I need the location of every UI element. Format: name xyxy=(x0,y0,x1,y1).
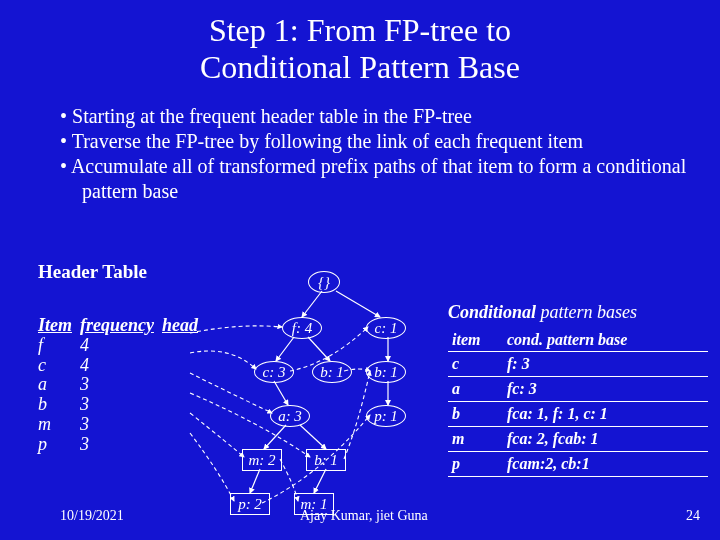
svg-line-0 xyxy=(302,291,322,317)
slide-title: Step 1: From FP-tree to Conditional Patt… xyxy=(0,0,720,96)
bullet-item: Accumulate all of transformed prefix pat… xyxy=(60,154,690,204)
table-row: m3 xyxy=(38,415,206,435)
svg-line-7 xyxy=(264,425,286,449)
tree-node: b: 1 xyxy=(306,449,346,471)
header-table-label: Header Table xyxy=(38,261,147,283)
svg-line-3 xyxy=(308,337,330,361)
tree-edges xyxy=(240,275,440,520)
title-line-2: Conditional Pattern Base xyxy=(200,49,520,85)
footer-author: Ajay Kumar, jiet Guna xyxy=(300,508,428,524)
col-item: Item xyxy=(38,316,80,336)
svg-line-5 xyxy=(274,381,288,405)
bullet-item: Traverse the FP-tree by following the li… xyxy=(60,129,690,154)
table-row: b3 xyxy=(38,395,206,415)
bullet-item: Starting at the frequent header table in… xyxy=(60,104,690,129)
svg-line-9 xyxy=(250,469,260,493)
footer-page: 24 xyxy=(686,508,700,524)
tree-node: p: 1 xyxy=(366,405,406,427)
table-row: c4 xyxy=(38,356,206,376)
svg-line-2 xyxy=(276,337,294,361)
col-frequency: frequency xyxy=(80,316,162,336)
tree-node: f: 4 xyxy=(282,317,322,339)
table-row: mfca: 2, fcab: 1 xyxy=(448,427,708,452)
header-table: Item frequency head f4 c4 a3 b3 m3 p3 xyxy=(38,316,206,455)
table-row: cf: 3 xyxy=(448,352,708,377)
table-row: pfcam:2, cb:1 xyxy=(448,452,708,477)
tree-node-root: {} xyxy=(308,271,340,293)
tree-node: p: 2 xyxy=(230,493,270,515)
title-line-1: Step 1: From FP-tree to xyxy=(209,12,511,48)
tree-node: b: 1 xyxy=(366,361,406,383)
tree-node: c: 1 xyxy=(366,317,406,339)
fp-tree: {} f: 4 c: 1 c: 3 b: 1 b: 1 a: 3 p: 1 m:… xyxy=(240,275,440,520)
table-row: f4 xyxy=(38,336,206,356)
cond-col-item: item xyxy=(448,329,503,352)
svg-line-1 xyxy=(336,291,380,317)
tree-node: c: 3 xyxy=(254,361,294,383)
cond-col-base: cond. pattern base xyxy=(503,329,708,352)
bullet-list: Starting at the frequent header table in… xyxy=(0,96,720,204)
tree-node: m: 2 xyxy=(242,449,282,471)
table-row: a3 xyxy=(38,375,206,395)
cond-table: item cond. pattern base cf: 3 afc: 3 bfc… xyxy=(448,329,708,477)
tree-node: b: 1 xyxy=(312,361,352,383)
svg-line-8 xyxy=(300,425,326,449)
col-head: head xyxy=(162,316,206,336)
tree-node: a: 3 xyxy=(270,405,310,427)
table-row: afc: 3 xyxy=(448,377,708,402)
footer-date: 10/19/2021 xyxy=(60,508,124,524)
conditional-pattern-bases: Conditional pattern bases item cond. pat… xyxy=(448,302,708,477)
svg-line-10 xyxy=(314,469,326,493)
table-row: bfca: 1, f: 1, c: 1 xyxy=(448,402,708,427)
table-row: p3 xyxy=(38,435,206,455)
cond-title: Conditional pattern bases xyxy=(448,302,708,323)
